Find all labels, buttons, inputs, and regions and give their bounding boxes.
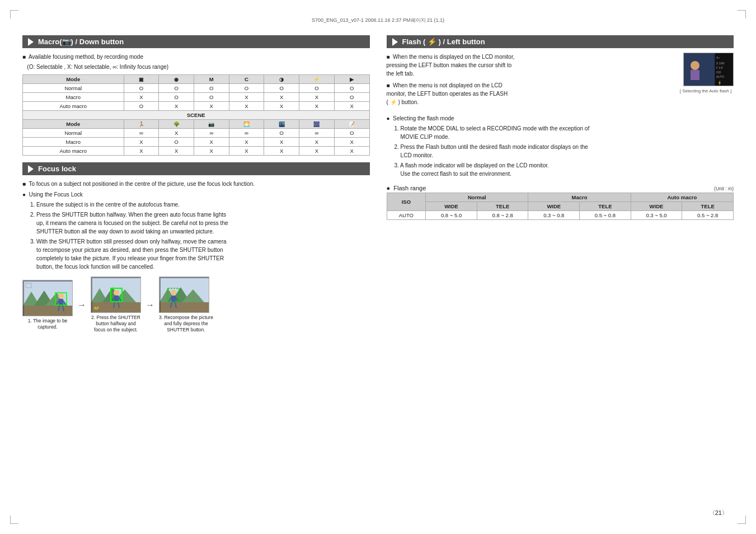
svg-point-19	[114, 290, 119, 296]
svg-rect-45	[691, 70, 699, 80]
flash-normal-tele: TELE	[477, 202, 528, 211]
scene-automacro-label: Auto macro	[23, 147, 124, 156]
scene-automacro-1: X	[124, 147, 159, 156]
header-text: S700_ENG_013_v07-1 2006.11.16 2:37 PM페이지…	[312, 17, 444, 23]
svg-text:F 2.8: F 2.8	[716, 66, 723, 69]
row-normal-7: O	[334, 84, 369, 93]
svg-rect-43	[684, 53, 715, 86]
scene-col-5: 🌃	[264, 120, 299, 129]
row-macro-1: X	[124, 93, 159, 102]
focus-step-2: 2. Press the SHUTTER button halfway. Whe…	[30, 210, 370, 236]
focus-image-group-1: 1. The image to becaptured.	[22, 280, 73, 330]
flash-auto-wide: WIDE	[631, 202, 682, 211]
flash-nt-val: 0.8 ~ 2.8	[477, 211, 528, 220]
flash-range-header: ● Flash range (Unit : m)	[387, 185, 734, 191]
flash-nw-val: 0.8 ~ 5.0	[426, 211, 477, 220]
macro-intro-text2: (O: Selectable , X: Not selectable, ∞: I…	[22, 63, 370, 71]
flash-range-block: ● Flash range (Unit : m) ISO Normal Macr…	[387, 185, 734, 220]
flash-steps: 1. Rotate the MODE DIAL to select a RECO…	[395, 124, 734, 178]
scene-normal-3: ∞	[194, 129, 229, 138]
svg-text:AUTO: AUTO	[716, 75, 724, 78]
flash-range-table: ISO Normal Macro Auto macro WIDE TELE WI…	[387, 193, 734, 220]
col-c: C	[229, 75, 264, 84]
scene-col-1: 🏃	[124, 120, 159, 129]
row-automacro-4: X	[229, 102, 264, 111]
col-mode: Mode	[23, 75, 124, 84]
row-macro-5: X	[264, 93, 299, 102]
row-automacro-3: X	[194, 102, 229, 111]
scene-normal-label: Normal	[23, 129, 124, 138]
focus-steps: 1. Ensure the subject is in the centre o…	[30, 200, 370, 271]
svg-rect-32	[159, 302, 209, 313]
scene-macro-label: Macro	[23, 138, 124, 147]
page-header: S700_ENG_013_v07-1 2006.11.16 2:37 PM페이지…	[22, 17, 734, 24]
arrow-2: →	[145, 300, 154, 310]
col-flash: ⚡	[299, 75, 335, 84]
focus-section-header: Focus lock	[22, 162, 370, 175]
row-macro-label: Macro	[23, 93, 124, 102]
flash-arrow-icon	[392, 38, 398, 46]
focus-image-group-3: 3. Recompose the pictureand fully depres…	[159, 277, 213, 333]
flash-mt-val: 0.5 ~ 0.8	[580, 211, 631, 220]
scene-col-3: 📷	[194, 120, 229, 129]
macro-title: Macro(📷) / Down button	[38, 38, 124, 46]
macro-table: Mode ▣ ◉ M C ◑ ⚡ ▶ Normal O O O O O O	[22, 74, 370, 156]
scene-normal-5: O	[264, 129, 299, 138]
flash-normal-wide: WIDE	[426, 202, 477, 211]
col-m: M	[194, 75, 229, 84]
flash-macro-wide: WIDE	[528, 202, 580, 211]
focus-image-2: AF	[91, 277, 141, 313]
scene-normal-4: ∞	[229, 129, 264, 138]
scene-automacro-3: X	[194, 147, 229, 156]
row-automacro-5: X	[264, 102, 299, 111]
flash-range-label: ● Flash range	[387, 185, 426, 191]
row-automacro-7: X	[334, 102, 369, 111]
focus-image-3-label: 3. Recompose the pictureand fully depres…	[159, 315, 213, 333]
row-normal-3: O	[194, 84, 229, 93]
row-normal-6: O	[299, 84, 335, 93]
focus-images: 1. The image to becaptured. →	[22, 277, 370, 333]
scene-automacro-4: X	[229, 147, 264, 156]
page-number: 〈21〉	[709, 509, 728, 517]
row-normal-5: O	[264, 84, 299, 93]
scene-normal-1: ∞	[124, 129, 159, 138]
camera-preview-container: 9+ S 1/60 F 2.8 ISO AUTO [ Selecting the…	[678, 53, 734, 93]
scene-col-6: 🎆	[299, 120, 335, 129]
row-normal-4: O	[229, 84, 264, 93]
scene-col-7: 📝	[334, 120, 369, 129]
scene-macro-1: X	[124, 138, 159, 147]
scene-automacro-5: X	[264, 147, 299, 156]
flash-step-1: 1. Rotate the MODE DIAL to select a RECO…	[395, 124, 734, 141]
row-macro-6: X	[299, 93, 335, 102]
scene-normal-2: X	[159, 129, 194, 138]
macro-intro: ■ Available focusing method, by recordin…	[22, 53, 370, 71]
focus-using-label: ● Using the Focus Lock	[22, 190, 370, 199]
svg-point-33	[171, 290, 176, 296]
flash-selecting-block: ● Selecting the flash mode 1. Rotate the…	[387, 114, 734, 178]
flash-step-3: 3. A flash mode indicator will be displa…	[395, 161, 734, 178]
focus-image-3	[159, 277, 209, 313]
flash-title: Flash ( ⚡ ) / Left button	[402, 38, 485, 46]
right-column: Flash ( ⚡ ) / Left button	[387, 35, 734, 333]
row-normal-1: O	[124, 84, 159, 93]
focus-image-2-label: 2. Press the SHUTTERbutton halfway andfo…	[91, 315, 141, 333]
row-automacro-1: O	[124, 102, 159, 111]
scene-macro-3: X	[194, 138, 229, 147]
svg-rect-34	[171, 296, 176, 302]
col-auto: ▣	[124, 75, 159, 84]
row-normal-label: Normal	[23, 84, 124, 93]
flash-section-header: Flash ( ⚡ ) / Left button	[387, 35, 734, 48]
scene-macro-2: O	[159, 138, 194, 147]
focus-image-1-label: 1. The image to becaptured.	[22, 318, 73, 330]
row-macro-2: O	[159, 93, 194, 102]
scene-macro-7: X	[334, 138, 369, 147]
svg-text:AF: AF	[94, 306, 99, 310]
col-movie2: ▶	[334, 75, 369, 84]
flash-iso-auto: AUTO	[387, 211, 426, 220]
page: S700_ENG_013_v07-1 2006.11.16 2:37 PM페이지…	[0, 0, 756, 534]
scene-automacro-6: X	[299, 147, 335, 156]
focus-step-3: 3. With the SHUTTER button still pressed…	[30, 237, 370, 271]
svg-text:S 1/60: S 1/60	[716, 62, 725, 65]
flash-col-automacro: Auto macro	[631, 193, 733, 202]
flash-aw-val: 0.3 ~ 5.0	[631, 211, 682, 220]
